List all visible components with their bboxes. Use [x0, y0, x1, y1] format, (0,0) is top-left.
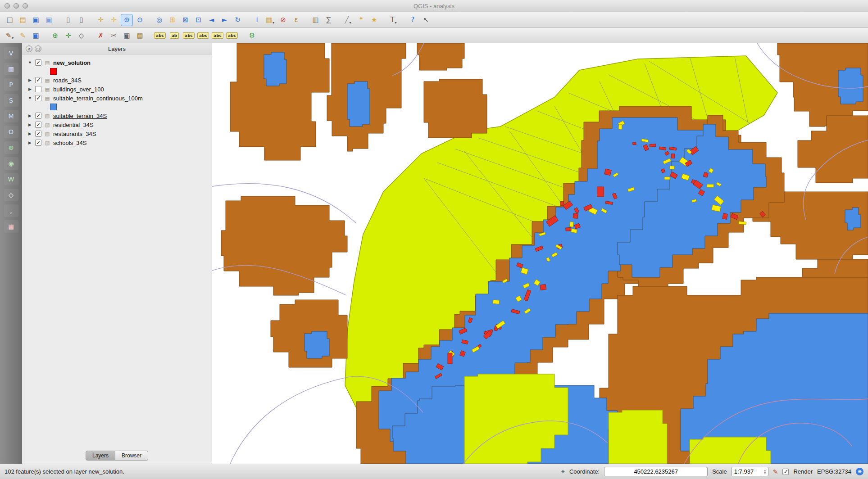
- select-features-button[interactable]: ▦: [264, 14, 276, 26]
- crs-globe-icon[interactable]: ⊕: [856, 468, 863, 475]
- processing-toolbox-button[interactable]: ⚙: [246, 29, 258, 41]
- disclosure-triangle-icon[interactable]: ▼: [27, 96, 32, 100]
- whats-this-button[interactable]: ↖: [420, 14, 432, 26]
- disclosure-triangle-icon[interactable]: ▶: [27, 78, 32, 82]
- swatch-suitable-terrain-continuous[interactable]: [22, 103, 212, 111]
- add-wfs-layer-button[interactable]: W: [4, 173, 18, 185]
- map-tips-button[interactable]: ❝: [355, 14, 367, 26]
- toggle-editing-button[interactable]: ✎: [17, 29, 29, 41]
- add-oracle-georaster-button[interactable]: ▦: [4, 220, 18, 233]
- add-feature-button[interactable]: ⊕: [49, 29, 61, 41]
- layer-residential-34s[interactable]: ▶ ▤ residential_34S: [22, 120, 212, 129]
- layer-visibility-checkbox[interactable]: [35, 140, 41, 146]
- zoom-native-button[interactable]: ◎: [153, 14, 165, 26]
- disclosure-triangle-icon[interactable]: ▶: [27, 140, 32, 145]
- add-delimited-text-layer-button[interactable]: ,: [4, 204, 18, 217]
- label-properties-button[interactable]: abc: [211, 29, 224, 41]
- swatch-new-solution[interactable]: [22, 67, 212, 76]
- layer-visibility-checkbox[interactable]: [35, 77, 41, 83]
- tab-browser[interactable]: Browser: [115, 451, 148, 461]
- coordinate-input[interactable]: [604, 467, 708, 476]
- composer-manager-button[interactable]: ▯: [75, 14, 87, 26]
- disclosure-triangle-icon[interactable]: ▶: [27, 131, 32, 136]
- add-wcs-layer-button[interactable]: ◉: [4, 157, 18, 170]
- select-by-expression-button[interactable]: ε: [290, 14, 302, 26]
- map-canvas[interactable]: [212, 43, 868, 464]
- save-layer-edits-button[interactable]: ▣: [30, 29, 42, 41]
- tab-layers[interactable]: Layers: [86, 451, 115, 461]
- scale-combo[interactable]: ▲ ▼: [732, 467, 768, 476]
- zoom-in-button[interactable]: ⊕: [121, 14, 133, 26]
- layer-new-solution[interactable]: ▼ ▤ new_solution: [22, 58, 212, 67]
- add-raster-layer-button[interactable]: ▦: [4, 63, 18, 75]
- new-shapefile-layer-button[interactable]: ◇: [4, 189, 18, 201]
- cut-features-button[interactable]: ✂: [108, 29, 120, 41]
- delete-selected-button[interactable]: ✗: [95, 29, 107, 41]
- label-pin-button[interactable]: abc: [153, 29, 167, 41]
- open-attribute-table-button[interactable]: ▥: [309, 14, 322, 26]
- layer-suitable-terrain-34s[interactable]: ▶ ▤ suitable_terrain_34S: [22, 111, 212, 120]
- label-show-hide-button[interactable]: ab: [168, 29, 181, 41]
- text-annotation-button[interactable]: T: [387, 14, 400, 26]
- layer-suitable-terrain-continuous-100m[interactable]: ▼ ▤ suitable_terrain_continuous_100m: [22, 94, 212, 103]
- refresh-map-button[interactable]: ↻: [232, 14, 244, 26]
- new-print-composer-button[interactable]: ▯: [62, 14, 74, 26]
- measure-button[interactable]: ╱: [342, 14, 354, 26]
- layer-visibility-checkbox[interactable]: [35, 59, 41, 66]
- coordinate-capture-icon[interactable]: ⌖: [561, 468, 565, 475]
- render-checkbox[interactable]: [782, 469, 789, 475]
- scale-input[interactable]: [732, 467, 762, 476]
- layer-restaurants-34s[interactable]: ▶ ▤ restaurants_34S: [22, 129, 212, 138]
- zoom-to-layer-button[interactable]: ⊡: [192, 14, 205, 26]
- field-calculator-button[interactable]: ∑: [323, 14, 335, 26]
- add-wms-layer-button[interactable]: ⊕: [4, 141, 18, 154]
- disclosure-triangle-icon[interactable]: ▶: [27, 113, 32, 118]
- paste-features-button[interactable]: ▤: [134, 29, 146, 41]
- minimize-window-button[interactable]: [14, 3, 19, 9]
- layer-visibility-checkbox[interactable]: [35, 113, 41, 119]
- current-edits-button[interactable]: ✎: [4, 29, 16, 41]
- add-postgis-layer-button[interactable]: P: [4, 78, 18, 91]
- zoom-next-button[interactable]: ►: [218, 14, 231, 26]
- close-window-button[interactable]: [5, 3, 10, 9]
- zoom-full-button[interactable]: ⊞: [166, 14, 178, 26]
- add-oracle-layer-button[interactable]: O: [4, 126, 18, 138]
- save-project-as-button[interactable]: ▣: [43, 14, 55, 26]
- disclosure-triangle-icon[interactable]: ▶: [27, 87, 32, 91]
- pan-map-button[interactable]: ✛: [95, 14, 107, 26]
- layer-visibility-checkbox[interactable]: [35, 131, 41, 137]
- layer-visibility-checkbox[interactable]: [35, 122, 41, 128]
- label-rotate-button[interactable]: abc: [196, 29, 210, 41]
- move-feature-button[interactable]: ✛: [62, 29, 74, 41]
- node-tool-button[interactable]: ◇: [75, 29, 87, 41]
- layer-visibility-checkbox[interactable]: [35, 95, 41, 101]
- scale-spin-down-icon[interactable]: ▼: [763, 472, 766, 474]
- add-spatialite-layer-button[interactable]: S: [4, 94, 18, 107]
- scale-spinner[interactable]: ▲ ▼: [762, 467, 768, 476]
- new-project-button[interactable]: □: [4, 14, 16, 26]
- identify-features-button[interactable]: i: [251, 14, 263, 26]
- add-mssql-layer-button[interactable]: M: [4, 110, 18, 122]
- add-vector-layer-button[interactable]: V: [4, 47, 18, 59]
- zoom-window-button[interactable]: [23, 3, 28, 9]
- layer-schools-34s[interactable]: ▶ ▤ schools_34S: [22, 138, 212, 147]
- save-project-button[interactable]: ▣: [30, 14, 42, 26]
- label-move-button[interactable]: abc: [182, 29, 195, 41]
- zoom-last-button[interactable]: ◄: [205, 14, 218, 26]
- layer-buildings-over-100[interactable]: ▶ ▤ buildings_over_100: [22, 85, 212, 94]
- disclosure-triangle-icon[interactable]: ▼: [27, 60, 32, 65]
- disclosure-triangle-icon[interactable]: ▶: [27, 122, 32, 127]
- layer-visibility-checkbox[interactable]: [35, 86, 41, 92]
- open-project-button[interactable]: ▤: [17, 14, 29, 26]
- close-panel-button[interactable]: ✕: [26, 45, 32, 52]
- label-settings-button[interactable]: abc: [225, 29, 239, 41]
- deselect-all-button[interactable]: ⊘: [277, 14, 289, 26]
- detach-panel-button[interactable]: ◰: [35, 45, 41, 52]
- new-bookmark-button[interactable]: ★: [368, 14, 380, 26]
- pan-to-selection-button[interactable]: ✛: [108, 14, 120, 26]
- zoom-to-selection-button[interactable]: ⊠: [179, 14, 191, 26]
- copy-features-button[interactable]: ▣: [121, 29, 133, 41]
- layer-roads-34s[interactable]: ▶ ▤ roads_34S: [22, 76, 212, 85]
- help-button[interactable]: ?: [407, 14, 419, 26]
- zoom-out-button[interactable]: ⊖: [134, 14, 146, 26]
